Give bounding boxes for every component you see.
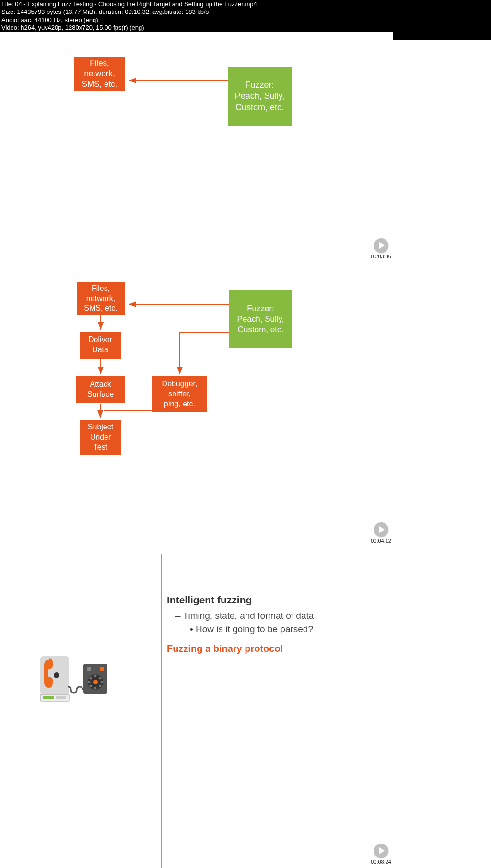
bullet-timing-state-format: Timing, state, and format of data (175, 611, 387, 621)
svg-point-18 (99, 685, 102, 687)
play-icon (374, 522, 388, 537)
svg-point-16 (99, 677, 102, 680)
thumbnail-frame-3: Intelligent fuzzing Timing, state, and f… (0, 554, 393, 868)
thumbnail-frame-1: Files, network, SMS, etc. Fuzzer: Peach,… (0, 32, 393, 262)
svg-point-17 (101, 681, 103, 683)
svg-point-20 (90, 685, 92, 687)
box-files-network-sms: Files, network, SMS, etc. (74, 57, 125, 91)
vertical-divider (161, 554, 162, 868)
heading-fuzzing-binary-protocol: Fuzzing a binary protocol (167, 643, 387, 654)
box-subject-under-test: Subject Under Test (80, 420, 121, 455)
svg-rect-6 (43, 696, 54, 699)
play-badge-1[interactable]: 00:03:36 (371, 238, 391, 259)
play-badge-3[interactable]: 00:08:24 (371, 844, 391, 865)
box-attack-surface: Attack Surface (76, 376, 125, 403)
play-icon (374, 238, 388, 253)
svg-rect-12 (100, 667, 104, 671)
timestamp-2: 00:04:12 (371, 538, 391, 544)
slide-text: Intelligent fuzzing Timing, state, and f… (167, 594, 387, 654)
svg-point-21 (88, 681, 91, 683)
meta-file: File: 04 - Explaining Fuzz Testing - Cho… (1, 0, 490, 8)
box-fuzzer: Fuzzer: Peach, Sully, Custom, etc. (228, 67, 292, 126)
heading-intelligent-fuzzing: Intelligent fuzzing (167, 594, 387, 606)
box-deliver-data: Deliver Data (80, 332, 121, 359)
svg-point-19 (94, 687, 97, 690)
diagram-arrows-1 (0, 32, 393, 262)
play-icon (374, 844, 388, 858)
timestamp-1: 00:03:36 (371, 254, 391, 259)
meta-size: Size: 14435793 bytes (13.77 MiB), durati… (1, 8, 490, 16)
svg-point-15 (94, 675, 97, 677)
svg-point-22 (90, 677, 92, 680)
svg-point-9 (54, 672, 59, 678)
bullet-how-parsed: How is it going to be parsed? (190, 624, 387, 635)
svg-rect-11 (87, 667, 91, 671)
box-debugger-sniffer: Debugger, sniffer, ping, etc. (152, 376, 207, 412)
svg-point-14 (93, 680, 98, 684)
telephone-icon (37, 653, 109, 708)
box-fuzzer: Fuzzer: Peach, Sully, Custom, etc. (229, 290, 292, 348)
play-badge-2[interactable]: 00:04:12 (371, 522, 391, 544)
timestamp-3: 00:08:24 (371, 859, 391, 865)
meta-audio: Audio: aac, 44100 Hz, stereo (eng) (1, 16, 490, 24)
svg-rect-7 (56, 696, 66, 699)
thumbnail-frame-2: Files, network, SMS, etc. Fuzzer: Peach,… (0, 268, 393, 546)
box-files-network-sms: Files, network, SMS, etc. (77, 282, 125, 315)
meta-video: Video: h264, yuv420p, 1280x720, 15.00 fp… (1, 24, 490, 32)
